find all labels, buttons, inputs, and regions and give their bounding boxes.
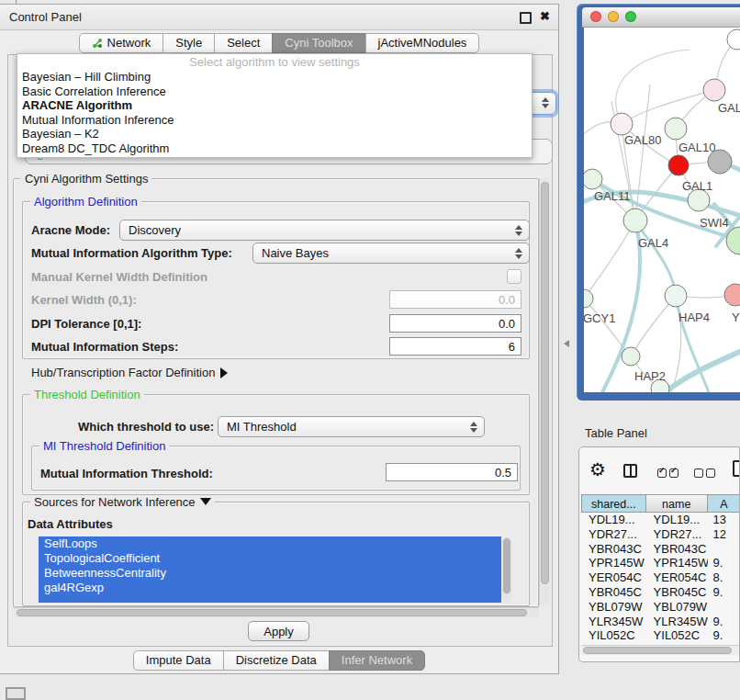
collapse-down-icon bbox=[200, 498, 211, 505]
column-header-cut[interactable]: A bbox=[708, 494, 740, 513]
node-label-hap2: HAP2 bbox=[634, 369, 666, 383]
node-label-y-cut: Y bbox=[732, 310, 740, 324]
mi-type-combo[interactable]: Naive Bayes bbox=[252, 243, 530, 264]
node-gcy1[interactable] bbox=[584, 289, 593, 308]
algorithm-dropdown-item[interactable]: Mutual Information Inference bbox=[17, 113, 532, 128]
window-zoom-icon[interactable] bbox=[625, 11, 636, 22]
close-panel-icon[interactable]: ✖ bbox=[540, 9, 550, 23]
node-red-selected[interactable] bbox=[668, 155, 689, 175]
attributes-scrollbar-thumb[interactable] bbox=[503, 538, 510, 593]
unchecked-box-icon bbox=[706, 469, 715, 478]
hub-definition-toggle[interactable]: Hub/Transcription Factor Definition bbox=[31, 366, 228, 379]
tab-impute-data[interactable]: Impute Data bbox=[133, 650, 224, 671]
bottom-left-minimized-icon[interactable] bbox=[6, 687, 26, 700]
algorithm-dropdown-item[interactable]: Bayesian – Hill Climbing bbox=[17, 70, 532, 85]
unchecked-box-icon bbox=[694, 469, 703, 478]
expand-right-icon bbox=[220, 367, 228, 378]
tab-infer-network[interactable]: Infer Network bbox=[329, 650, 425, 671]
data-attribute-item[interactable]: gal4RGexp bbox=[39, 581, 501, 595]
algorithm-dropdown-item[interactable]: ARACNE Algorithm bbox=[17, 98, 532, 113]
table-panel: ⚙ shared... name A YDL19... YDL19... 13 bbox=[578, 446, 740, 662]
control-panel-title: Control Panel bbox=[9, 10, 82, 24]
mi-threshold-field[interactable]: 0.5 bbox=[386, 463, 518, 481]
dpi-tolerance-field[interactable]: 0.0 bbox=[389, 314, 521, 333]
apply-button[interactable]: Apply bbox=[248, 621, 309, 641]
combo-arrows-icon bbox=[515, 224, 522, 237]
attributes-scrollbar[interactable] bbox=[502, 536, 511, 603]
column-header-name[interactable]: name bbox=[646, 494, 708, 513]
window-minimize-icon[interactable] bbox=[608, 11, 619, 22]
network-graph: GAL80 GAL10 GAL1 GAL11 SWI4 GAL4 GCY1 HA… bbox=[584, 28, 740, 392]
node-gal10[interactable] bbox=[665, 118, 687, 140]
settings-horizontal-scrollbar[interactable] bbox=[13, 607, 539, 617]
data-attribute-item[interactable]: SelfLoops bbox=[39, 536, 501, 551]
window-close-icon[interactable] bbox=[590, 11, 601, 22]
tab-discretize-data[interactable]: Discretize Data bbox=[223, 650, 330, 671]
algorithm-dropdown-item[interactable]: Bayesian – K2 bbox=[17, 127, 532, 141]
mi-threshold-group-title: MI Threshold Definition bbox=[39, 439, 169, 453]
float-panel-icon[interactable] bbox=[520, 12, 532, 24]
tab-style[interactable]: Style bbox=[163, 33, 215, 53]
panel-splitter-handle[interactable] bbox=[563, 337, 571, 350]
data-attribute-item[interactable]: BetweennessCentrality bbox=[39, 566, 501, 581]
deselect-all-icon[interactable] bbox=[694, 469, 715, 478]
node-label-gal4: GAL4 bbox=[638, 236, 668, 250]
table-row[interactable]: YBR045C YBR045C 9. bbox=[581, 585, 740, 600]
column-selector-icon[interactable] bbox=[623, 464, 637, 478]
mi-steps-field[interactable]: 6 bbox=[389, 337, 521, 356]
table-horizontal-thumb[interactable] bbox=[583, 647, 732, 654]
network-view-window: GAL80 GAL10 GAL1 GAL11 SWI4 GAL4 GCY1 HA… bbox=[577, 4, 740, 401]
export-table-icon[interactable] bbox=[733, 460, 740, 477]
tab-jactivemnodules[interactable]: jActiveMNodules bbox=[365, 33, 480, 53]
kernel-width-field[interactable]: 0.0 bbox=[389, 290, 521, 309]
table-body[interactable]: YDL19... YDL19... 13 YDR27... YDR27... 1… bbox=[581, 513, 740, 643]
aracne-mode-label: Aracne Mode: bbox=[31, 223, 110, 237]
node-gal-top-right[interactable] bbox=[703, 79, 725, 101]
column-header-shared-name[interactable]: shared... bbox=[581, 494, 646, 513]
manual-kernel-checkbox[interactable] bbox=[507, 269, 521, 284]
network-canvas[interactable]: GAL80 GAL10 GAL1 GAL11 SWI4 GAL4 GCY1 HA… bbox=[584, 28, 740, 392]
mi-steps-label: Mutual Information Steps: bbox=[31, 340, 178, 354]
tab-cyni-toolbox[interactable]: Cyni Toolbox bbox=[272, 33, 365, 53]
mi-type-label: Mutual Information Algorithm Type: bbox=[31, 246, 232, 260]
table-row[interactable]: YIL052C YIL052C 9. bbox=[581, 628, 740, 643]
table-row[interactable]: YLR345W YLR345W 9. bbox=[581, 615, 740, 629]
sources-group-title[interactable]: Sources for Network Inference bbox=[30, 495, 215, 509]
aracne-mode-combo[interactable]: Discovery bbox=[119, 220, 530, 241]
app-root: Control Panel ✖ Network Style Select Cyn… bbox=[0, 0, 740, 700]
node-hap4[interactable] bbox=[665, 285, 687, 307]
which-threshold-combo[interactable]: MI Threshold bbox=[218, 416, 485, 437]
table-panel-title: Table Panel bbox=[585, 426, 647, 440]
node-unlabeled-top[interactable] bbox=[727, 29, 740, 50]
threshold-definition-title: Threshold Definition bbox=[30, 388, 144, 401]
node-label-gal10: GAL10 bbox=[678, 141, 715, 154]
table-row[interactable]: YBL079W YBL079W bbox=[581, 600, 740, 615]
table-horizontal-scrollbar[interactable] bbox=[581, 645, 739, 655]
node-y-right[interactable] bbox=[724, 284, 740, 306]
node-gal80[interactable] bbox=[611, 113, 633, 135]
dpi-tolerance-label: DPI Tolerance [0,1]: bbox=[31, 317, 141, 331]
node-hap2[interactable] bbox=[622, 347, 640, 366]
table-row[interactable]: YDL19... YDL19... 13 bbox=[581, 513, 740, 527]
algorithm-dropdown-item[interactable]: Dream8 DC_TDC Algorithm bbox=[17, 141, 532, 156]
network-window-titlebar[interactable] bbox=[582, 7, 740, 28]
node-gal4[interactable] bbox=[623, 209, 647, 232]
table-row[interactable]: YDR27... YDR27... 12 bbox=[581, 527, 740, 542]
table-row[interactable]: YER054C YER054C 8. bbox=[581, 570, 740, 585]
select-all-icon[interactable] bbox=[657, 469, 678, 478]
data-attribute-item[interactable]: TopologicalCoefficient bbox=[39, 551, 501, 566]
data-attributes-list[interactable]: SelfLoopsTopologicalCoefficientBetweenne… bbox=[39, 536, 501, 603]
settings-horizontal-thumb[interactable] bbox=[17, 609, 527, 616]
which-threshold-label: Which threshold to use: bbox=[78, 420, 214, 434]
settings-vertical-scrollbar[interactable] bbox=[539, 178, 550, 605]
checked-box-icon bbox=[657, 469, 667, 478]
table-row[interactable]: YPR145W YPR145W 9. bbox=[581, 556, 740, 570]
algorithm-dropdown-item[interactable]: Basic Correlation Inference bbox=[17, 85, 532, 99]
tab-select[interactable]: Select bbox=[214, 33, 273, 53]
table-row[interactable]: YBR043C YBR043C bbox=[581, 542, 740, 557]
tab-network[interactable]: Network bbox=[79, 33, 164, 53]
gear-icon[interactable]: ⚙ bbox=[589, 458, 606, 480]
data-attributes-label: Data Attributes bbox=[28, 517, 113, 531]
node-gal11[interactable] bbox=[584, 169, 602, 189]
settings-vertical-thumb[interactable] bbox=[541, 182, 549, 584]
